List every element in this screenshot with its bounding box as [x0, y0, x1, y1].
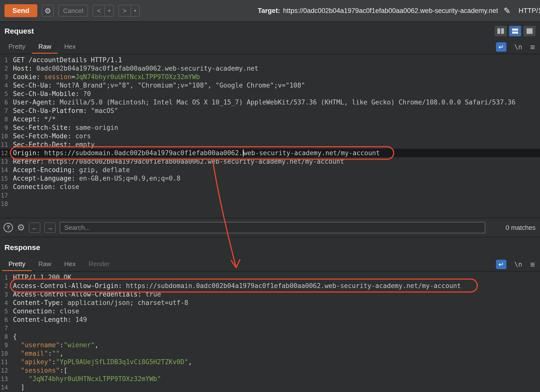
code-line[interactable]: 1GET /accountDetails HTTP/1.1 [0, 56, 540, 64]
line-number: 9 [0, 341, 11, 349]
http-version-selector[interactable]: HTTP/1 [519, 7, 540, 15]
code-token: Connection: [13, 183, 60, 191]
code-line[interactable]: 13Referer: https://0adc002b04a1979ac0f1e… [0, 157, 540, 166]
code-token: session [44, 73, 71, 81]
hamburger-menu-icon: ≡ [530, 260, 535, 269]
tab-hex[interactable]: Hex [58, 40, 82, 54]
code-line[interactable]: 10Sec-Fetch-Mode: cors [0, 132, 540, 140]
editor-menu-button[interactable]: ≡ [530, 42, 535, 52]
line-number: 16 [0, 183, 11, 191]
code-token: Mozilla/5.0 (Macintosh; Intel Mac OS X 1… [60, 98, 515, 106]
hamburger-menu-icon: ≡ [530, 42, 535, 52]
layout-columns-button[interactable] [495, 26, 507, 36]
tab-pretty[interactable]: Pretty [2, 258, 32, 271]
code-line[interactable]: 11 "apikey":"YpPL9AUejSfLIDB3q1vCi8G5H2T… [0, 358, 540, 366]
forward-button[interactable]: > [119, 5, 130, 16]
code-line[interactable]: 7Sec-Ch-Ua-Platform: "macOS" [0, 106, 540, 115]
code-line[interactable]: 6Content-Length: 149 [0, 315, 540, 324]
code-token: Access-Control-Allow-Origin: [13, 282, 126, 290]
tab-hex[interactable]: Hex [58, 258, 82, 271]
burp-repeater-window: Send ⚙ Cancel < ▾ > ▾ Target: https://0a… [0, 0, 540, 392]
code-line[interactable]: 12 "sessions":[ [0, 366, 540, 375]
code-token: "wiener" [64, 341, 95, 349]
code-line[interactable]: 4Sec-Ch-Ua: "Not?A_Brand";v="8", "Chromi… [0, 81, 540, 90]
code-token: close [60, 183, 79, 191]
help-button[interactable]: ? [3, 223, 13, 232]
code-line[interactable]: 17 [0, 191, 540, 199]
back-button[interactable]: < [93, 5, 105, 16]
code-line[interactable]: 12Origin: https://subdomain.0adc002b04a1… [0, 149, 540, 157]
code-line[interactable]: 14Accept-Encoding: gzip, deflate [0, 166, 540, 174]
code-token: "JqN74bhyr0uUHTNcxLTPP9TOXz32mYWb" [29, 375, 161, 383]
code-line[interactable]: 13 "JqN74bhyr0uUHTNcxLTPP9TOXz32mYWb" [0, 375, 540, 383]
code-line[interactable]: 10 "email":"", [0, 349, 540, 358]
code-token: https://subdomain.0adc002b04a1979ac0f1ef… [126, 282, 461, 290]
code-line[interactable]: 8Accept: */* [0, 115, 540, 123]
line-number: 14 [0, 166, 11, 174]
forward-dropdown-button[interactable]: ▾ [130, 5, 139, 16]
code-line[interactable]: 18 [0, 199, 540, 208]
code-line[interactable]: 16Connection: close [0, 183, 540, 191]
next-match-button[interactable]: → [44, 222, 56, 233]
code-line[interactable]: 9Sec-Fetch-Site: same-origin [0, 123, 540, 132]
response-title: Response [4, 243, 40, 252]
editor-menu-button[interactable]: ≡ [530, 260, 535, 269]
code-token: Sec-Ch-Ua-Platform: [13, 107, 91, 114]
code-line[interactable]: 7 [0, 324, 540, 332]
line-number: 10 [0, 132, 11, 141]
code-token: "" [52, 350, 60, 357]
word-wrap-icon: ↵ [498, 261, 504, 268]
code-token: 149 [75, 316, 87, 323]
tab-render[interactable]: Render [82, 258, 116, 271]
code-line[interactable]: 3Access-Control-Allow-Credentials: true [0, 290, 540, 298]
request-panel-header: Request [0, 22, 540, 40]
send-button[interactable]: Send [4, 4, 37, 17]
layout-rows-button[interactable] [509, 26, 521, 36]
code-token: : [48, 350, 52, 357]
tab-raw[interactable]: Raw [32, 40, 58, 54]
code-token: : [60, 341, 64, 349]
code-token [13, 375, 29, 383]
code-token: Sec-Fetch-Dest: [13, 141, 75, 148]
code-line[interactable]: 5Connection: close [0, 307, 540, 315]
edit-target-button[interactable]: ✎ [504, 6, 511, 16]
word-wrap-button[interactable]: ↵ [496, 260, 506, 269]
back-dropdown-button[interactable]: ▾ [105, 5, 113, 16]
single-layout-icon [527, 28, 533, 34]
response-editor[interactable]: 1HTTP/1.1 200 OK2Access-Control-Allow-Or… [0, 272, 540, 392]
code-line[interactable]: 2Access-Control-Allow-Origin: https://su… [0, 282, 540, 290]
rows-layout-icon [512, 29, 518, 34]
code-line[interactable]: 14 ] [0, 383, 540, 392]
code-token: empty [75, 141, 95, 148]
layout-single-button[interactable] [524, 26, 536, 36]
search-bar: ? ⚙ ← → 0 matches [0, 218, 540, 237]
tab-pretty[interactable]: Pretty [2, 40, 32, 54]
request-title: Request [4, 27, 34, 35]
search-input[interactable] [60, 222, 485, 233]
code-line[interactable]: 15Accept-Language: en-GB,en-US;q=0.9,en;… [0, 174, 540, 183]
code-line[interactable]: 3Cookie: session=JqN74bhyr0uUHTNcxLTPP9T… [0, 73, 540, 81]
code-line[interactable]: 6User-Agent: Mozilla/5.0 (Macintosh; Int… [0, 98, 540, 106]
code-line[interactable]: 8{ [0, 332, 540, 341]
search-settings-button[interactable]: ⚙ [17, 222, 25, 233]
line-number: 9 [0, 124, 11, 132]
word-wrap-button[interactable]: ↵ [496, 42, 506, 52]
code-token: ] [13, 384, 25, 391]
show-newlines-toggle[interactable]: \n [514, 43, 522, 51]
line-number: 2 [0, 64, 11, 73]
request-editor[interactable]: 1GET /accountDetails HTTP/1.12Host: 0adc… [0, 54, 540, 218]
history-forward-group: > ▾ [118, 5, 140, 17]
code-token: web-security-academy.net/my-account [244, 149, 380, 157]
code-line[interactable]: 4Content-Type: application/json; charset… [0, 298, 540, 307]
code-token: gzip, deflate [79, 166, 130, 174]
cancel-button[interactable]: Cancel [58, 5, 88, 17]
show-newlines-toggle[interactable]: \n [514, 261, 522, 268]
tab-raw[interactable]: Raw [32, 258, 58, 271]
previous-match-button[interactable]: ← [29, 222, 40, 233]
code-line[interactable]: 9 "username":"wiener", [0, 341, 540, 349]
code-line[interactable]: 5Sec-Ch-Ua-Mobile: ?0 [0, 90, 540, 98]
send-settings-button[interactable]: ⚙ [42, 5, 54, 17]
code-line[interactable]: 2Host: 0adc002b04a1979ac0f1efab00aa0062.… [0, 64, 540, 73]
code-line[interactable]: 1HTTP/1.1 200 OK [0, 273, 540, 282]
code-line[interactable]: 11Sec-Fetch-Dest: empty [0, 140, 540, 149]
